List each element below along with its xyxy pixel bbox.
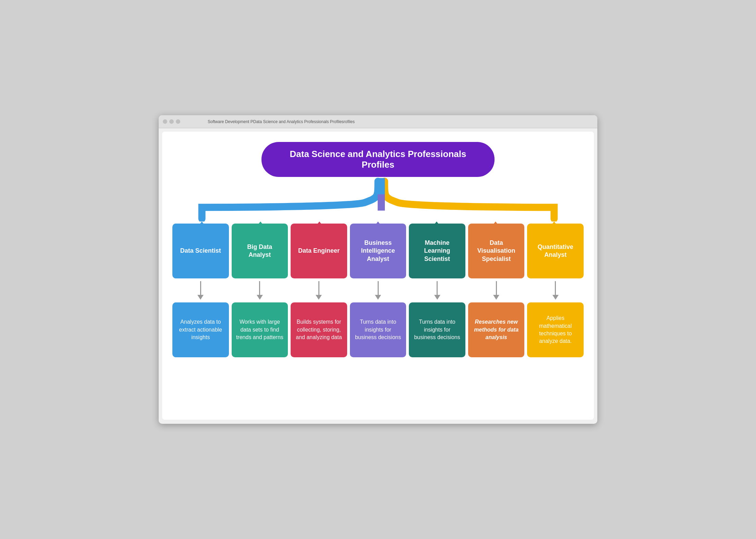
desc-data-engineer-text: Builds systems for collecting, storing, … [295,318,343,341]
connector-section [176,177,580,221]
card-bi-analyst: Business Intelligence Analyst [350,224,406,278]
desc-big-data: Works with large data sets to find trend… [232,302,288,357]
desc-cards-row: Analyzes data to extract actionable insi… [169,302,587,357]
card-data-vis: Data Visualisation Specialist [468,224,525,278]
desc-bi-analyst: Turns data into insights for business de… [350,302,406,357]
card-data-engineer: Data Engineer [291,224,347,278]
connector-svg [176,177,580,221]
desc-data-vis: Researches new methods for data analysis [468,302,525,357]
gray-arrows-row [169,278,587,302]
window-title: Software Development PData Science and A… [208,119,355,124]
app-window: Software Development PData Science and A… [159,115,597,424]
desc-ml-scientist-text: Turns data into insights for business de… [413,318,461,341]
titlebar: Software Development PData Science and A… [159,115,597,128]
traffic-light-max[interactable] [176,119,180,124]
card-ml-scientist: Machine Learning Scientist [409,224,465,278]
desc-data-scientist: Analyzes data to extract actionable insi… [172,302,229,357]
card-quant-analyst: Quantitative Analyst [527,224,584,278]
traffic-light-min[interactable] [169,119,174,124]
desc-quant-analyst-text: Applies mathematical techniques to analy… [531,314,580,345]
desc-data-vis-text: Researches new methods for data analysis [472,318,521,341]
card-ml-scientist-label: Machine Learning Scientist [413,239,461,263]
card-bi-analyst-label: Business Intelligence Analyst [354,239,402,263]
gray-arrow-4 [350,278,406,302]
header-title: Data Science and Analytics Professionals… [290,149,466,170]
card-data-scientist: Data Scientist [172,224,229,278]
traffic-lights [163,119,180,124]
card-quant-analyst-label: Quantitative Analyst [531,243,580,259]
card-big-data-label: Big Data Analyst [236,243,284,259]
card-data-vis-label: Data Visualisation Specialist [472,239,521,263]
desc-data-engineer: Builds systems for collecting, storing, … [291,302,347,357]
desc-quant-analyst: Applies mathematical techniques to analy… [527,302,584,357]
desc-big-data-text: Works with large data sets to find trend… [236,318,284,341]
role-cards-row: Data Scientist Big Data Analyst Data Eng… [169,224,587,278]
gray-arrow-3 [291,278,347,302]
card-data-scientist-label: Data Scientist [180,247,221,255]
desc-data-scientist-text: Analyzes data to extract actionable insi… [176,318,225,341]
gray-arrow-2 [232,278,288,302]
header-pill: Data Science and Analytics Professionals… [261,142,495,177]
desc-ml-scientist: Turns data into insights for business de… [409,302,465,357]
gray-arrow-5 [409,278,465,302]
main-content: Data Science and Analytics Professionals… [162,132,594,420]
traffic-light-close[interactable] [163,119,167,124]
card-big-data-analyst: Big Data Analyst [232,224,288,278]
gray-arrow-1 [172,278,229,302]
gray-arrow-6 [468,278,525,302]
card-data-engineer-label: Data Engineer [298,247,340,255]
desc-bi-analyst-text: Turns data into insights for business de… [354,318,402,341]
gray-arrow-7 [527,278,584,302]
